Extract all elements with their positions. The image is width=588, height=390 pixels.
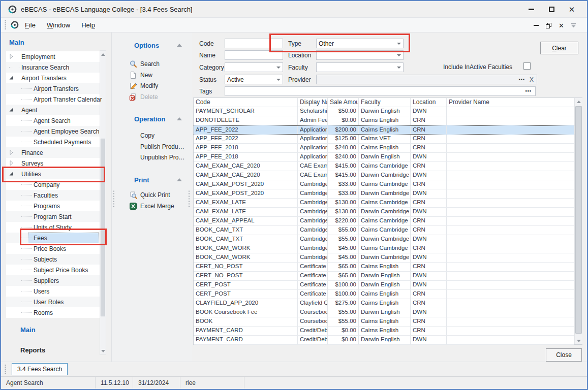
group-header-print[interactable]: Print (134, 176, 149, 184)
action-quick-print[interactable]: Quick Print (129, 190, 170, 200)
column-header-code[interactable]: Code (194, 98, 298, 107)
tree-item-faculties[interactable]: Faculties (6, 190, 100, 201)
table-row[interactable]: CERT_POSTCertificate$100.00Darwin Englis… (194, 281, 574, 290)
menu-file[interactable]: File (20, 19, 41, 31)
action-excel-merge[interactable]: Excel Merge (129, 201, 174, 211)
action-search[interactable]: Search (129, 59, 160, 69)
close-button[interactable]: ✕ (562, 1, 582, 17)
splitter-grip-right[interactable] (188, 190, 191, 207)
clear-button[interactable]: Clear (540, 42, 578, 54)
tabbar-grip[interactable] (4, 365, 7, 374)
column-header-faculty[interactable]: Faculty (359, 98, 411, 107)
collapsed-arrow-icon[interactable] (8, 149, 14, 155)
table-row[interactable]: BOOK Coursebook FeeCoursebook$55.00Darwi… (194, 308, 574, 317)
table-scrollbar-thumb[interactable] (575, 106, 582, 334)
table-row[interactable]: BOOKCoursebook$55.00Cairns EnglishCRN (194, 317, 574, 327)
tree-item-scheduled-payments[interactable]: Scheduled Payments (6, 137, 100, 147)
nav-section-reports[interactable]: Reports (20, 346, 45, 354)
table-row[interactable]: CAM_EXAM_APPEALCambridge$220.00Cairns Ca… (194, 217, 574, 226)
table-row[interactable]: CAM_EXAM_CAE_2020CAE Exam I$415.00Darwin… (194, 171, 574, 180)
tree-item-agent[interactable]: Agent (6, 105, 100, 115)
toolbar-options-button[interactable] (571, 23, 576, 27)
tree-item-fees[interactable]: Fees (6, 233, 100, 243)
table-row[interactable]: CERT_POSTCertificate$100.00Cairns Englis… (194, 290, 574, 299)
splitter-grip-left[interactable] (112, 190, 115, 207)
tree-item-users[interactable]: Users (6, 286, 100, 297)
tree-item-program-start[interactable]: Program Start (6, 211, 100, 222)
tree-item-price-books[interactable]: Price Books (6, 243, 100, 254)
group-header-options[interactable]: Options (134, 42, 159, 49)
table-row[interactable]: CLAYFIELD_APP_2020Clayfield Co$275.00Cai… (194, 299, 574, 308)
table-row[interactable]: APP_FEE_2022Application$200.00Cairns Eng… (194, 125, 574, 135)
column-header-location[interactable]: Location (411, 98, 447, 107)
tree-item-subjects[interactable]: Subjects (6, 254, 100, 265)
collapse-arrow-icon[interactable] (177, 44, 182, 47)
table-row[interactable]: CERT_NO_POSTCertificate$65.00Cairns Engl… (194, 263, 574, 272)
table-row[interactable]: CERT_NO_POSTCertificate$65.00Darwin Engl… (194, 272, 574, 281)
tree-item-suppliers[interactable]: Suppliers (6, 275, 100, 286)
mdi-minimize-button[interactable] (534, 25, 539, 26)
tree-item-airport-transfers[interactable]: Airport Transfers (6, 83, 100, 94)
tree-item-agent-employee-search[interactable]: Agent Employee Search (6, 126, 100, 137)
tree-item-rooms[interactable]: Rooms (6, 307, 100, 318)
table-row[interactable]: CAM_EXAM_CAE_2020CAE Exam I$415.00Cairns… (194, 162, 574, 171)
tree-item-surveys[interactable]: Surveys (6, 158, 100, 169)
collapse-arrow-icon[interactable] (177, 178, 182, 181)
status-select[interactable]: Active (225, 75, 283, 84)
action-modify[interactable]: Modify (129, 81, 158, 91)
tab-fees-search[interactable]: 3.4 Fees Search (12, 363, 68, 375)
table-row[interactable]: APP_FEE_2018Application$240.00Darwin Eng… (194, 153, 574, 162)
table-row[interactable]: CAM_EXAM_POST_2020Cambridge$33.00Cairns … (194, 180, 574, 189)
expanded-arrow-icon[interactable] (8, 107, 14, 113)
mdi-restore-button[interactable] (546, 23, 551, 28)
name-input[interactable] (225, 51, 283, 59)
collapse-arrow-icon[interactable] (177, 117, 182, 120)
tree-item-user-roles[interactable]: User Roles (6, 297, 100, 307)
tree-item-airport-transfers[interactable]: Airport Transfers (6, 73, 100, 83)
tree-item-company[interactable]: Company (6, 179, 100, 190)
table-row[interactable]: PAYMENT_CARDCredit/Debi$0.00Darwin Engli… (194, 336, 574, 345)
action-delete[interactable]: Delete (129, 92, 158, 102)
tree-item-agent-search[interactable]: Agent Search (6, 115, 100, 126)
action-publish-produ[interactable]: Publish Produ… (140, 142, 184, 152)
table-row[interactable]: DONOTDELETEAdmin Fee$0.00Cairns EnglishC… (194, 116, 574, 125)
action-unpublish-pro[interactable]: Unpublish Pro… (140, 152, 184, 162)
minimize-button[interactable] (521, 1, 541, 17)
tree-item-insurance-search[interactable]: Insurance Search (6, 62, 100, 73)
tree-item-subject-price-books[interactable]: Subject Price Books (6, 265, 100, 275)
tags-ellipsis-button[interactable]: ⋯ (525, 87, 532, 95)
expanded-arrow-icon[interactable] (8, 75, 14, 81)
tree-item-utilities[interactable]: Utilities (6, 169, 100, 179)
collapsed-arrow-icon[interactable] (8, 160, 14, 166)
close-form-button[interactable]: Close (546, 348, 582, 362)
tree-item-programs[interactable]: Programs (6, 201, 100, 211)
tree-item-units-of-study[interactable]: Units of Study (6, 222, 100, 233)
table-row[interactable]: BOOK_CAM_TXTCambridge$55.00Darwin Cambri… (194, 235, 574, 244)
table-row[interactable]: CAM_EXAM_POST_2020Cambridge$33.00Darwin … (194, 189, 574, 199)
tags-input[interactable] (225, 87, 525, 95)
faculty-select[interactable] (316, 62, 404, 72)
action-copy[interactable]: Copy (140, 131, 154, 141)
table-row[interactable]: BOOK_CAM_WORKCambridge$45.00Darwin Cambr… (194, 253, 574, 263)
code-input[interactable] (225, 39, 283, 48)
table-row[interactable]: PAYMENT_SCHOLARScholarship$50.00Darwin E… (194, 107, 574, 116)
location-select[interactable] (316, 50, 404, 60)
tree-item-finance[interactable]: Finance (6, 147, 100, 158)
type-select[interactable]: Other (316, 39, 404, 48)
maximize-button[interactable] (541, 1, 562, 17)
action-new[interactable]: New (129, 70, 152, 80)
collapsed-arrow-icon[interactable] (8, 53, 14, 59)
table-row[interactable]: APP_FEE_2018Application$240.00Cairns Eng… (194, 144, 574, 153)
nav-section-main[interactable]: Main (20, 326, 36, 334)
tree-item-airport-transfer-calendar[interactable]: Airport Transfer Calendar (6, 94, 100, 105)
expanded-arrow-icon[interactable] (8, 171, 14, 177)
category-select[interactable] (225, 62, 283, 72)
group-header-operation[interactable]: Operation (134, 115, 165, 123)
table-row[interactable]: BOOK_CAM_TXTCambridge$55.00Cairns Cambri… (194, 226, 574, 235)
tree-scrollbar-thumb[interactable] (101, 139, 105, 316)
table-row[interactable]: APP_FEE_2022Application$125.00Cairns VET… (194, 135, 574, 144)
menu-window[interactable]: Window (42, 19, 75, 31)
table-row[interactable]: PAYMENT_CARDCredit/Debi$0.00Cairns Engli… (194, 327, 574, 336)
provider-ellipsis-button[interactable]: ⋯ (518, 76, 525, 83)
menu-help[interactable]: Help (76, 19, 100, 31)
